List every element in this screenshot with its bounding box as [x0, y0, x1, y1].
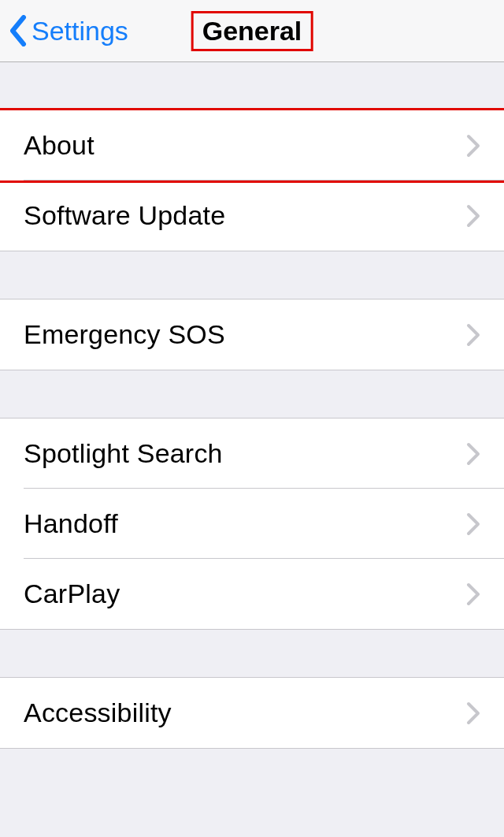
chevron-right-icon — [466, 701, 480, 725]
list-group: Spotlight Search Handoff CarPlay — [0, 418, 504, 630]
row-label: CarPlay — [24, 578, 466, 609]
row-label: Spotlight Search — [24, 438, 466, 469]
chevron-right-icon — [466, 134, 480, 158]
chevron-right-icon — [466, 323, 480, 347]
section-group-2: Spotlight Search Handoff CarPlay — [0, 418, 504, 630]
row-label: About — [24, 130, 466, 161]
list-group: Accessibility — [0, 677, 504, 749]
back-button[interactable]: Settings — [8, 15, 128, 46]
row-label: Accessibility — [24, 698, 466, 728]
row-carplay[interactable]: CarPlay — [0, 559, 504, 629]
row-emergency-sos[interactable]: Emergency SOS — [0, 299, 504, 370]
chevron-right-icon — [466, 582, 480, 606]
section-group-3: Accessibility — [0, 677, 504, 749]
row-handoff[interactable]: Handoff — [0, 489, 504, 559]
row-label: Software Update — [24, 200, 466, 231]
row-label: Emergency SOS — [24, 319, 466, 350]
row-label: Handoff — [24, 508, 466, 539]
chevron-left-icon — [8, 15, 27, 46]
section-group-1: Emergency SOS — [0, 299, 504, 370]
chevron-right-icon — [466, 512, 480, 536]
chevron-right-icon — [466, 442, 480, 466]
chevron-right-icon — [466, 204, 480, 228]
row-accessibility[interactable]: Accessibility — [0, 678, 504, 748]
section-group-0: About Software Update — [0, 110, 504, 251]
back-label: Settings — [32, 16, 128, 46]
row-software-update[interactable]: Software Update — [0, 180, 504, 251]
row-about[interactable]: About — [0, 110, 504, 180]
list-group: About Software Update — [0, 110, 504, 251]
nav-bar: Settings General — [0, 0, 504, 62]
list-group: Emergency SOS — [0, 299, 504, 370]
page-title: General — [193, 13, 312, 50]
row-spotlight-search[interactable]: Spotlight Search — [0, 418, 504, 489]
